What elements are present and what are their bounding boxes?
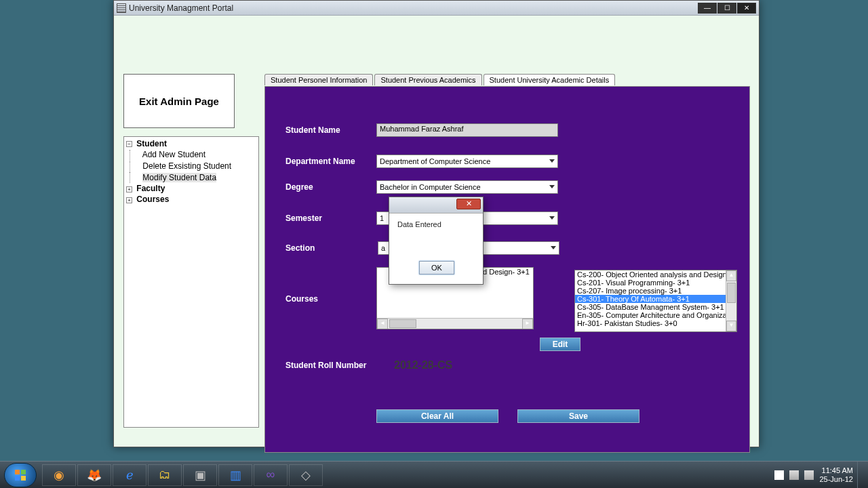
save-button[interactable]: Save [517, 409, 639, 423]
system-tray[interactable]: 11:45 AM 25-Jun-12 [774, 462, 864, 489]
tab-personal-info[interactable]: Student Personel Information [264, 74, 373, 85]
dialog-message: Data Entered [389, 214, 483, 235]
vertical-scrollbar[interactable]: ▲ ▼ [726, 270, 736, 331]
taskbar: ◉ 🦊 ℯ 🗂 ▣ ▥ ∞ ◇ 11:45 AM 25-Jun-12 [0, 461, 868, 488]
tree-node-student[interactable]: Student [136, 139, 167, 148]
label-degree: Degree [285, 182, 376, 192]
list-item[interactable]: Cs-200- Object Oriented analysis and Des… [575, 270, 736, 279]
label-student-name: Student Name [285, 125, 376, 135]
edit-button[interactable]: Edit [540, 338, 580, 351]
scroll-down-icon[interactable]: ▼ [726, 321, 736, 331]
volume-icon[interactable] [804, 470, 814, 480]
tab-previous-academics[interactable]: Student Previous Academics [374, 74, 481, 85]
network-icon[interactable] [789, 470, 799, 480]
list-item[interactable]: En-305- Computer Architecture and Organi… [575, 311, 736, 319]
tree-node-modify-student[interactable]: Modify Student Data [142, 173, 216, 182]
label-roll-number: Student Roll Number [285, 361, 394, 370]
list-item[interactable]: Hr-301- Pakistan Studies- 3+0 [575, 319, 736, 327]
label-section: Section [285, 243, 378, 253]
dialog-ok-button[interactable]: OK [419, 261, 454, 274]
list-item[interactable]: Cs-305- DataBase Managment System- 3+1 [575, 303, 736, 311]
window-title: University Managment Portal [129, 3, 233, 13]
label-semester: Semester [285, 214, 376, 223]
scroll-up-icon[interactable]: ▲ [726, 270, 736, 281]
label-courses: Courses [285, 294, 318, 304]
student-name-field[interactable]: Muhammad Faraz Ashraf [376, 123, 558, 137]
scroll-thumb[interactable] [389, 319, 416, 328]
taskbar-app2-icon[interactable]: ▥ [218, 464, 252, 486]
clock-time: 11:45 AM [819, 466, 853, 475]
dialog-close-button[interactable]: ✕ [456, 199, 481, 209]
message-dialog: ✕ Data Entered OK [389, 197, 484, 285]
section-value: a [381, 244, 385, 252]
dialog-titlebar[interactable]: ✕ [389, 197, 483, 214]
available-courses-list[interactable]: Cs-200- Object Oriented analysis and Des… [574, 270, 737, 332]
label-department: Department Name [285, 157, 376, 166]
app-icon [117, 3, 126, 13]
minimize-button[interactable]: — [698, 3, 717, 14]
clock[interactable]: 11:45 AM 25-Jun-12 [819, 466, 853, 484]
tree-node-delete-student[interactable]: Delete Exsisting Student [142, 161, 231, 171]
taskbar-ie-icon[interactable]: ℯ [113, 464, 146, 486]
scroll-left-icon[interactable]: ◄ [377, 319, 388, 329]
exit-admin-label: Exit Admin Page [139, 96, 219, 107]
tree-node-faculty[interactable]: Faculty [136, 184, 165, 193]
action-center-icon[interactable] [774, 470, 784, 480]
tab-university-academics[interactable]: Student University Academic Details [484, 74, 616, 85]
degree-value: Bachelor in Computer Science [380, 183, 481, 191]
tree-node-add-student[interactable]: Add New Student [142, 150, 205, 159]
titlebar[interactable]: University Managment Portal — ☐ ✕ [114, 1, 759, 16]
tree-node-courses[interactable]: Courses [136, 195, 169, 204]
taskbar-vs-icon[interactable]: ∞ [254, 464, 288, 486]
clear-all-button[interactable]: Clear All [376, 409, 498, 423]
expand-toggle-student[interactable]: − [126, 141, 132, 147]
taskbar-explorer-icon[interactable]: 🗂 [148, 464, 182, 486]
roll-number-value: 2012-28-CS [394, 359, 452, 371]
tabstrip: Student Personel Information Student Pre… [264, 74, 616, 85]
scroll-right-icon[interactable]: ► [522, 319, 533, 329]
nav-tree[interactable]: − Student Add New Student Delete Exsisti… [123, 136, 259, 428]
degree-select[interactable]: Bachelor in Computer Science [376, 180, 558, 194]
taskbar-firefox-icon[interactable]: 🦊 [77, 464, 111, 486]
department-select[interactable]: Department of Computer Science [376, 155, 558, 168]
taskbar-app1-icon[interactable]: ▣ [183, 464, 217, 486]
clock-date: 25-Jun-12 [819, 475, 853, 484]
list-item[interactable]: Cs-201- Visual Programming- 3+1 [575, 279, 736, 287]
expand-toggle-faculty[interactable]: + [126, 186, 132, 192]
list-item[interactable]: Cs-301- Theory Of Automata- 3+1 [575, 295, 736, 303]
tab-panel: Student Name Muhammad Faraz Ashraf Depar… [264, 86, 750, 453]
maximize-button[interactable]: ☐ [717, 3, 736, 14]
department-value: Department of Computer Science [380, 157, 490, 165]
expand-toggle-courses[interactable]: + [126, 197, 132, 203]
scroll-thumb[interactable] [727, 283, 736, 303]
taskbar-app3-icon[interactable]: ◇ [289, 464, 323, 486]
show-desktop-button[interactable] [857, 462, 864, 489]
list-item[interactable]: Cs-207- Image processing- 3+1 [575, 287, 736, 295]
exit-admin-button[interactable]: Exit Admin Page [123, 74, 235, 128]
semester-value: 1 [380, 214, 384, 222]
taskbar-mediaplayer-icon[interactable]: ◉ [42, 464, 76, 486]
start-button[interactable] [4, 463, 37, 487]
horizontal-scrollbar[interactable]: ◄ ► [377, 318, 533, 329]
close-button[interactable]: ✕ [737, 3, 756, 14]
